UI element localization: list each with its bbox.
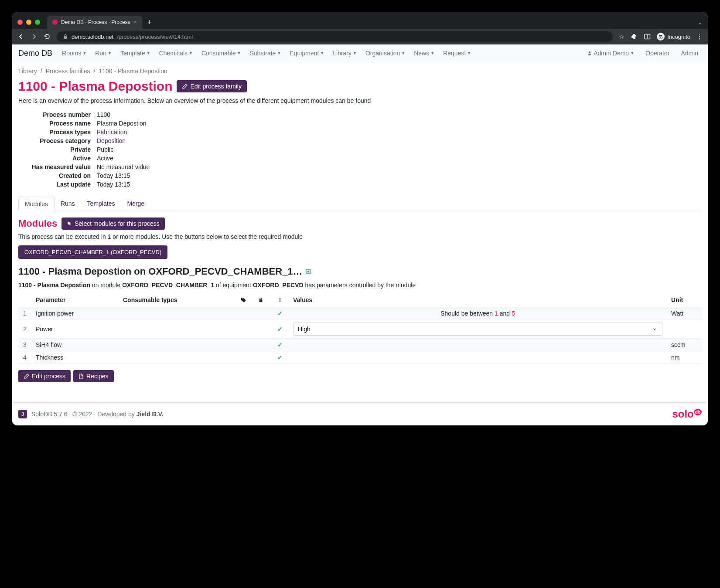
detail-label: Process name (18, 120, 97, 127)
row-lock (254, 351, 271, 364)
browser-tabbar: Demo DB · Process · Process × + ⌄ (12, 12, 708, 29)
table-row: 3 SiH4 flow ✓ sccm (18, 339, 702, 351)
user-icon (587, 51, 592, 56)
row-unit: nm (667, 351, 702, 364)
row-lock (254, 307, 271, 320)
svg-point-3 (659, 37, 661, 38)
address-bar[interactable]: demo.solodb.net/process/process/view/14.… (57, 31, 613, 42)
breadcrumb-library[interactable]: Library (18, 68, 37, 75)
new-tab-button[interactable]: + (147, 18, 152, 27)
edit-process-family-button[interactable]: Edit process family (177, 80, 246, 92)
page-subtitle: Here is an overview of the process infor… (18, 97, 702, 104)
nav-organisation[interactable]: Organisation▼ (362, 48, 409, 58)
edit-icon (182, 84, 188, 89)
page-content: Library / Process families / 1100 - Plas… (12, 62, 708, 402)
detail-value-link[interactable]: Deposition (97, 137, 126, 144)
row-parameter: Power (31, 320, 119, 339)
nav-library[interactable]: Library▼ (329, 48, 360, 58)
edit-process-button[interactable]: Edit process (18, 370, 71, 382)
lock-icon (258, 297, 263, 302)
tab-runs[interactable]: Runs (55, 197, 81, 211)
incognito-indicator[interactable]: Incognito (657, 33, 690, 41)
breadcrumb-families[interactable]: Process families (46, 68, 90, 75)
tab-overflow-button[interactable]: ⌄ (697, 19, 703, 26)
nav-request[interactable]: Request▼ (440, 48, 474, 58)
forward-button[interactable] (31, 33, 38, 40)
bookmark-button[interactable]: ☆ (619, 33, 624, 40)
reload-button[interactable] (44, 33, 51, 40)
detail-label: Active (18, 155, 97, 162)
document-icon (78, 374, 84, 379)
tab-modules[interactable]: Modules (18, 197, 55, 211)
url-path: /process/process/view/14.html (117, 34, 193, 40)
parameters-table: Parameter Consumable types ! Values Unit… (18, 293, 702, 364)
row-required: ✓ (271, 320, 289, 339)
nav-consumable[interactable]: Consumable▼ (198, 48, 245, 58)
row-unit: sccm (667, 339, 702, 351)
row-parameter: Ignition power (31, 307, 119, 320)
tabs: Modules Runs Templates Merge (18, 197, 702, 211)
nav-chemicals[interactable]: Chemicals▼ (156, 48, 196, 58)
nav-news[interactable]: News▼ (410, 48, 438, 58)
nav-admin[interactable]: Admin (677, 48, 702, 58)
detail-label: Process types (18, 129, 97, 136)
app-navbar: Demo DB Rooms▼ Run▼ Template▼ Chemicals▼… (12, 44, 708, 62)
detail-value: No measured value (97, 163, 150, 170)
detail-label: Process category (18, 137, 97, 144)
breadcrumb-sep: / (94, 68, 96, 75)
row-value (289, 339, 667, 351)
close-window-button[interactable] (17, 20, 23, 25)
recipes-button[interactable]: Recipes (73, 370, 114, 382)
breadcrumb: Library / Process families / 1100 - Plas… (18, 68, 702, 75)
module-description: 1100 - Plasma Depostion on module OXFORD… (18, 282, 702, 289)
module-title: 1100 - Plasma Depostion on OXFORD_PECVD_… (18, 266, 702, 277)
detail-label: Last update (18, 181, 97, 188)
tab-merge[interactable]: Merge (121, 197, 150, 211)
nav-user[interactable]: Admin Demo▼ (584, 48, 638, 58)
browser-tab[interactable]: Demo DB · Process · Process × (47, 16, 142, 29)
maximize-window-button[interactable] (35, 20, 40, 25)
svg-rect-7 (307, 271, 309, 272)
modules-description: This process can be executed in 1 or mor… (18, 233, 702, 240)
extensions-button[interactable] (631, 33, 638, 40)
nav-template[interactable]: Template▼ (117, 48, 154, 58)
table-row: 2 Power ✓ High (18, 320, 702, 339)
nav-rooms[interactable]: Rooms▼ (58, 48, 90, 58)
browser-menu-button[interactable]: ⋮ (696, 33, 703, 40)
modules-heading: Modules Select modules for this process (18, 218, 165, 230)
minimize-window-button[interactable] (26, 20, 31, 25)
edit-icon (24, 374, 29, 379)
footer: J SoloDB 5.7.6 · © 2022 · Developed by J… (12, 402, 708, 425)
power-select[interactable]: High (293, 323, 662, 336)
tab-title: Demo DB · Process · Process (61, 19, 130, 25)
module-chip[interactable]: OXFORD_PECVD_CHAMBER_1 (OXFORD_PECVD) (18, 245, 167, 259)
detail-value: 1100 (97, 111, 110, 118)
tab-templates[interactable]: Templates (81, 197, 121, 211)
check-icon: ✓ (277, 354, 283, 361)
footer-logo-icon: J (18, 410, 27, 418)
detail-value: Active (97, 155, 113, 162)
browser-window: Demo DB · Process · Process × + ⌄ demo.s… (12, 12, 708, 425)
nav-operator[interactable]: Operator (642, 48, 673, 58)
select-modules-button[interactable]: Select modules for this process (61, 218, 165, 230)
col-parameter: Parameter (31, 293, 119, 307)
row-consumable (119, 320, 236, 339)
back-button[interactable] (17, 33, 24, 40)
close-tab-button[interactable]: × (134, 19, 137, 25)
brand[interactable]: Demo DB (18, 49, 52, 58)
nav-substrate[interactable]: Substrate▼ (246, 48, 284, 58)
check-icon: ✓ (277, 341, 283, 348)
row-value: Should be between 1 and 5 (289, 307, 667, 320)
detail-value-link[interactable]: Fabrication (97, 129, 127, 136)
check-icon: ✓ (277, 326, 283, 333)
cursor-icon (67, 221, 72, 226)
row-unit: Watt (667, 307, 702, 320)
nav-run[interactable]: Run▼ (92, 48, 115, 58)
lock-icon (63, 34, 68, 39)
svg-point-5 (589, 51, 590, 53)
row-index: 3 (18, 339, 31, 351)
nav-equipment[interactable]: Equipment▼ (286, 48, 328, 58)
panel-button[interactable] (644, 33, 651, 40)
col-values: Values (289, 293, 667, 307)
svg-point-4 (661, 37, 662, 38)
